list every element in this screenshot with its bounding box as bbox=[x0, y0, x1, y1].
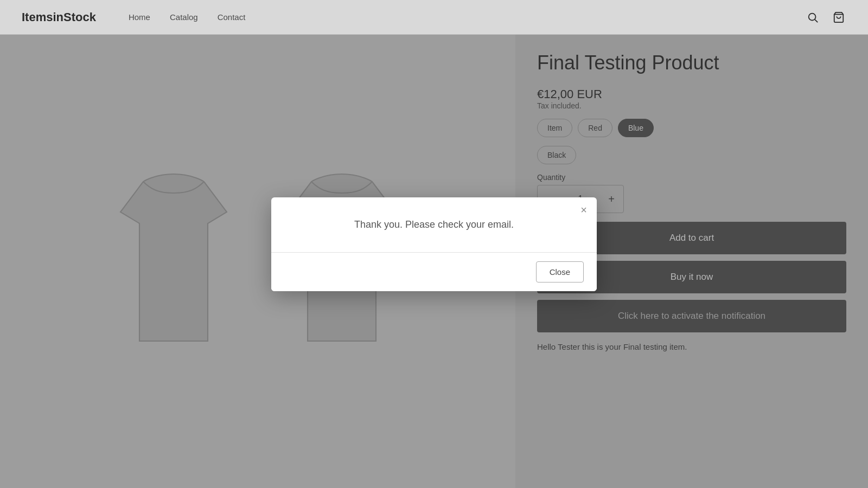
modal-overlay: × Thank you. Please check your email. Cl… bbox=[0, 0, 868, 488]
modal-close-button[interactable]: Close bbox=[536, 261, 584, 282]
modal-dialog: × Thank you. Please check your email. Cl… bbox=[271, 197, 597, 291]
modal-close-x-button[interactable]: × bbox=[580, 204, 587, 216]
modal-footer: Close bbox=[271, 253, 597, 291]
modal-message: Thank you. Please check your email. bbox=[298, 219, 570, 230]
modal-body: Thank you. Please check your email. bbox=[271, 197, 597, 253]
